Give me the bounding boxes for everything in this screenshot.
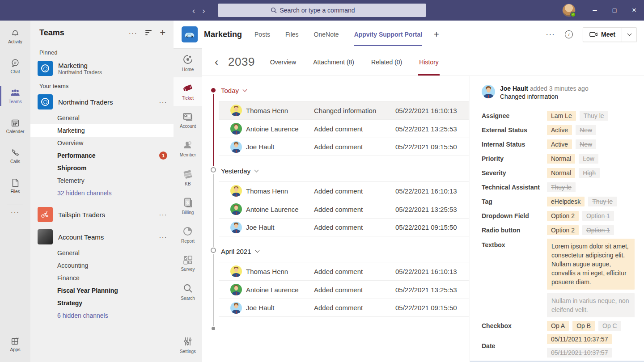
nav-item-calendar[interactable]: Calender: [0, 112, 30, 140]
history-row[interactable]: Antoine Laurence Added comment 05/22/202…: [219, 200, 469, 218]
channel-performance[interactable]: Performance 1: [30, 149, 174, 162]
team-more-button[interactable]: ···: [159, 233, 168, 240]
team-account-teams[interactable]: Account Teams ···: [30, 227, 174, 247]
hidden-channels-link[interactable]: 32 hidden channels: [30, 187, 174, 199]
channel-strategy[interactable]: Strategy: [30, 297, 174, 309]
user-avatar[interactable]: ✓: [562, 4, 576, 17]
old-value-chip: Option 1: [582, 225, 614, 235]
back-chevron-icon[interactable]: ‹: [215, 57, 218, 67]
nav-item-apps[interactable]: Apps: [0, 330, 30, 358]
tab-appvity-support-portal[interactable]: Appvity Support Portal: [354, 28, 422, 41]
nav-item-chat[interactable]: Chat: [0, 52, 30, 80]
meet-button[interactable]: Meet: [583, 27, 637, 42]
tab-history[interactable]: History: [419, 48, 439, 76]
group-header-april-2021[interactable]: April 2021: [202, 242, 470, 260]
field-technical-assistant: Technical Assistant Thuy le: [482, 181, 633, 193]
channel-tabs: Posts Files OneNote Appvity Support Port…: [254, 28, 422, 41]
tab-files[interactable]: Files: [285, 28, 299, 41]
portal-item-report[interactable]: Report: [174, 220, 202, 249]
channel-marketing[interactable]: Marketing: [30, 124, 174, 137]
history-row[interactable]: Joe Hault Added comment 05/22/2021 09:15…: [219, 218, 469, 236]
pinned-team-marketing[interactable]: Marketing Northwind Traders: [30, 59, 174, 78]
titlebar-divider: [582, 4, 582, 16]
tab-related[interactable]: Related (0): [371, 48, 402, 76]
channel-accounting[interactable]: Accounting: [30, 259, 174, 272]
avatar: [230, 203, 242, 215]
team-more-button[interactable]: ···: [159, 98, 168, 105]
sidebar-title: Teams: [39, 28, 129, 38]
history-row[interactable]: Thomas Henn Added comment 05/22/2021 16:…: [219, 181, 469, 200]
channel-shiproom[interactable]: Shiproom: [30, 162, 174, 174]
nav-item-calls[interactable]: Calls: [0, 142, 30, 170]
meet-options-button[interactable]: [622, 28, 636, 42]
search-input[interactable]: [280, 7, 374, 14]
channel-fiscal-year-planning[interactable]: Fiscal Year Planning: [30, 284, 174, 297]
marketing-app-icon: [182, 26, 198, 42]
portal-item-kb[interactable]: KB: [174, 163, 202, 192]
history-row[interactable]: Thomas Henn Changed information 05/22/20…: [219, 101, 469, 119]
channel-overview[interactable]: Overview: [30, 137, 174, 149]
field-severity: Severity Normal High: [482, 167, 633, 179]
nav-forward-icon[interactable]: ›: [202, 6, 205, 15]
nav-item-files[interactable]: Files: [0, 172, 30, 200]
nav-item-teams[interactable]: Teams: [0, 82, 30, 110]
add-tab-button[interactable]: +: [434, 29, 439, 40]
close-button[interactable]: ×: [624, 0, 644, 21]
unread-badge: 1: [159, 152, 167, 160]
join-create-team-button[interactable]: +: [160, 28, 165, 38]
portal-item-survey[interactable]: Survey: [174, 249, 202, 278]
sidebar-more-button[interactable]: ···: [129, 29, 138, 37]
new-value-paragraph: Lorem ipsum dolor sit amet, consectetur …: [547, 239, 635, 290]
channel-general[interactable]: General: [30, 112, 174, 124]
command-search[interactable]: [218, 4, 426, 17]
nav-back-icon[interactable]: ‹: [192, 6, 195, 15]
channel-finance[interactable]: Finance: [30, 272, 174, 284]
nav-more-button[interactable]: ···: [0, 205, 30, 219]
portal-item-billing[interactable]: $ Billing: [174, 192, 202, 220]
ticket-header: ‹ 2039 Overview Attachment (8) Related (…: [202, 48, 644, 76]
tab-attachment[interactable]: Attachment (8): [313, 48, 354, 76]
hidden-channels-link-2[interactable]: 6 hidden channels: [30, 309, 174, 322]
minimize-button[interactable]: –: [585, 0, 605, 21]
portal-item-search[interactable]: Search: [174, 278, 202, 306]
team-northwind-traders[interactable]: Northwind Traders ···: [30, 92, 174, 112]
teams-people-icon: [10, 88, 21, 98]
avatar: [230, 222, 242, 233]
nav-item-activity[interactable]: Activity: [0, 22, 30, 51]
changed-fields-list: Assignee Lam Le Thuy le External Status …: [482, 110, 633, 360]
member-icon: [182, 140, 193, 150]
history-row[interactable]: Antoine Laurence Added comment 05/22/202…: [219, 280, 469, 299]
new-value-chip: Op B: [572, 321, 595, 331]
channel-telemetry[interactable]: Telemetry: [30, 174, 174, 187]
history-row[interactable]: Thomas Henn Added comment 05/22/2021 16:…: [219, 262, 469, 280]
portal-item-home[interactable]: Home: [174, 49, 202, 77]
channel-more-button[interactable]: ···: [546, 30, 555, 38]
old-value-chip: High: [579, 168, 600, 178]
your-teams-heading: Your teams: [30, 78, 174, 92]
tab-posts[interactable]: Posts: [254, 28, 270, 41]
portal-item-member[interactable]: Member: [174, 135, 202, 163]
pie-chart-icon: [182, 226, 193, 236]
filter-icon[interactable]: [145, 30, 152, 35]
teams-sidebar: Teams ··· + Pinned Marketing Northwind T…: [30, 21, 174, 362]
group-header-today[interactable]: Today: [202, 81, 470, 99]
team-tailspin-traders[interactable]: Tailspin Traders ···: [30, 205, 174, 224]
tab-onenote[interactable]: OneNote: [314, 28, 339, 41]
portal-item-settings[interactable]: Settings: [174, 331, 202, 359]
group-header-yesterday[interactable]: Yesterday: [202, 162, 470, 180]
history-row[interactable]: Antoine Laurence Added comment 05/22/202…: [219, 119, 469, 138]
channel-general-2[interactable]: General: [30, 247, 174, 259]
settings-sliders-icon: [182, 336, 193, 347]
history-row[interactable]: Joe Hault Added comment 05/22/2021 09:15…: [219, 299, 469, 317]
portal-item-ticket[interactable]: Ticket: [174, 77, 202, 106]
info-icon[interactable]: i: [565, 30, 573, 38]
tab-overview[interactable]: Overview: [270, 48, 296, 76]
old-value-chip: New: [576, 139, 596, 149]
portal-item-account[interactable]: Account: [174, 106, 202, 135]
team-more-button[interactable]: ···: [159, 211, 168, 218]
chevron-down-icon: [255, 248, 259, 253]
history-row[interactable]: Joe Hault Added comment 05/22/2021 09:15…: [219, 138, 469, 156]
maximize-button[interactable]: □: [605, 0, 624, 21]
tailspin-team-icon: [38, 207, 53, 222]
avatar: [230, 185, 242, 197]
